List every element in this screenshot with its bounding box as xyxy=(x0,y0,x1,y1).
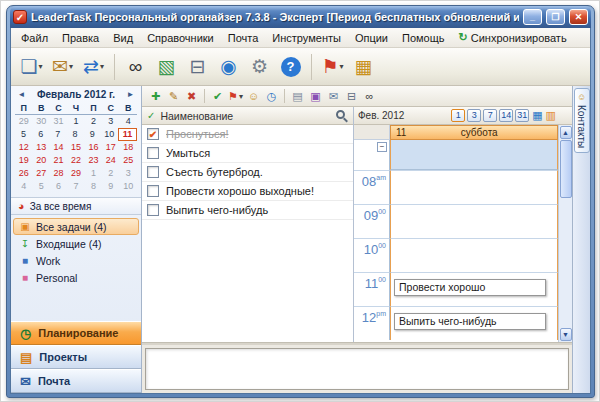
calendar-day[interactable]: 12 xyxy=(15,141,32,154)
task-row[interactable]: Умыться xyxy=(142,144,353,163)
calendar-day[interactable]: 1 xyxy=(67,115,84,128)
calendar-next-icon[interactable]: ► xyxy=(124,90,137,99)
calendar-day[interactable]: 7 xyxy=(49,128,66,141)
tree-item[interactable]: ▣Все задачи (4) xyxy=(13,218,139,235)
contacts-tab[interactable]: ☺ Контакты xyxy=(574,88,590,153)
print-button[interactable]: ⊟ xyxy=(343,88,360,105)
search-button[interactable]: ∞ xyxy=(121,52,150,82)
menu-item[interactable]: Вид xyxy=(106,30,140,46)
import-export-button[interactable]: ⇄▾ xyxy=(79,52,108,82)
calendar-day[interactable]: 23 xyxy=(85,154,102,167)
calendar-day[interactable]: 17 xyxy=(102,141,119,154)
search-button[interactable]: ∞ xyxy=(361,88,378,105)
menu-item[interactable]: Почта xyxy=(221,30,266,46)
help-button[interactable]: ? xyxy=(276,52,305,82)
calendar-day[interactable]: 5 xyxy=(15,128,32,141)
calendar-day[interactable]: 2 xyxy=(102,167,119,180)
tree-item[interactable]: ↧Входящие (4) xyxy=(13,235,139,252)
event-item[interactable]: Провести хорошо xyxy=(394,279,546,296)
category-button[interactable]: ▣ xyxy=(307,88,324,105)
calendar-day[interactable]: 13 xyxy=(32,141,49,154)
calendar-day[interactable]: 20 xyxy=(32,154,49,167)
day-cell[interactable] xyxy=(390,170,558,204)
menu-item-sync[interactable]: ↻Синхронизировать xyxy=(452,29,574,46)
tree-item[interactable]: ■Work xyxy=(13,252,139,269)
calendar-day[interactable]: 11 xyxy=(118,128,137,141)
calendar-day[interactable]: 4 xyxy=(15,180,32,193)
timeline-mode-icon[interactable]: ▥ xyxy=(546,110,556,121)
calendar-day[interactable]: 24 xyxy=(102,154,119,167)
calendar-day[interactable]: 3 xyxy=(120,167,137,180)
contact-button[interactable]: ☺ xyxy=(245,88,262,105)
maximize-button[interactable]: ❐ xyxy=(546,9,565,25)
task-checkbox[interactable] xyxy=(147,185,159,197)
range-button[interactable]: 3 xyxy=(467,109,481,122)
new-item-button[interactable]: ❏▾ xyxy=(17,52,46,82)
calendar-prev-icon[interactable]: ◄ xyxy=(15,90,28,99)
task-row[interactable]: Провести хорошо выходные! xyxy=(142,182,353,201)
calendar-day[interactable]: 9 xyxy=(84,128,101,141)
settings-gear-button[interactable]: ⚙ xyxy=(245,52,274,82)
calculator-button[interactable]: ▦ xyxy=(349,52,378,82)
scrollbar-track[interactable] xyxy=(560,139,572,328)
task-list-header[interactable]: ✓ Наименование xyxy=(142,107,353,125)
scrollbar-thumb[interactable] xyxy=(560,140,572,198)
nav-button[interactable]: ◷Планирование xyxy=(11,321,141,345)
calendar-day[interactable]: 1 xyxy=(85,167,102,180)
minimize-button[interactable]: _ xyxy=(523,9,542,25)
task-checkbox[interactable] xyxy=(147,204,159,216)
globe-button[interactable]: ◉ xyxy=(214,52,243,82)
range-button[interactable]: 7 xyxy=(483,109,497,122)
range-button[interactable]: 1 xyxy=(451,109,465,122)
calendar-day[interactable]: 4 xyxy=(120,115,137,128)
calendar-day[interactable]: 2 xyxy=(85,115,102,128)
print-button[interactable]: ⊟ xyxy=(183,52,212,82)
day-column-header[interactable]: 11 суббота xyxy=(390,125,558,140)
nav-button[interactable]: ▤Проекты xyxy=(11,345,141,369)
calendar-day[interactable]: 28 xyxy=(50,167,67,180)
task-row[interactable]: Съесть бутерброд. xyxy=(142,163,353,182)
clock-button[interactable]: ◷ xyxy=(263,88,280,105)
task-row[interactable]: Выпить чего-нибудь xyxy=(142,201,353,220)
collapse-icon[interactable]: − xyxy=(377,142,387,152)
calendar-day[interactable]: 25 xyxy=(120,154,137,167)
calendar-day[interactable]: 10 xyxy=(120,180,137,193)
close-button[interactable]: ✕ xyxy=(569,9,588,25)
calendar-day[interactable]: 10 xyxy=(101,128,118,141)
calendar-day[interactable]: 6 xyxy=(32,128,49,141)
calendar-day[interactable]: 30 xyxy=(32,115,49,128)
all-time-filter[interactable]: ◕ За все время xyxy=(11,197,141,215)
task-row[interactable]: ✔Проснуться! xyxy=(142,125,353,144)
calendar-day[interactable]: 8 xyxy=(85,180,102,193)
task-checkbox[interactable]: ✔ xyxy=(147,128,159,140)
menu-item[interactable]: Справочники xyxy=(140,30,221,46)
range-button[interactable]: 31 xyxy=(515,109,529,122)
images-button[interactable]: ▧ xyxy=(152,52,181,82)
calendar-day[interactable]: 16 xyxy=(85,141,102,154)
scroll-up-icon[interactable]: ▲ xyxy=(560,126,572,139)
delete-task-button[interactable]: ✖ xyxy=(183,88,200,105)
calendar-day[interactable]: 27 xyxy=(32,167,49,180)
calendar-day[interactable]: 9 xyxy=(102,180,119,193)
title-bar[interactable]: ✓ LeaderTask Персональный органайзер 7.3… xyxy=(10,6,591,28)
calendar-day[interactable]: 22 xyxy=(67,154,84,167)
day-cell[interactable] xyxy=(390,238,558,272)
mail-button[interactable]: ✉ xyxy=(325,88,342,105)
all-day-area[interactable] xyxy=(390,140,558,170)
scroll-down-icon[interactable]: ▼ xyxy=(560,328,572,341)
calendar-day[interactable]: 19 xyxy=(15,154,32,167)
calendar-day[interactable]: 29 xyxy=(15,115,32,128)
note-button[interactable]: ▤ xyxy=(289,88,306,105)
tree-item[interactable]: ■Personal xyxy=(13,269,139,286)
menu-item[interactable]: Опции xyxy=(348,30,395,46)
add-task-button[interactable]: ✚ xyxy=(147,88,164,105)
nav-button[interactable]: ✉Почта xyxy=(11,369,141,393)
complete-task-button[interactable]: ✔ xyxy=(209,88,226,105)
search-icon[interactable] xyxy=(336,110,345,119)
day-cell[interactable] xyxy=(390,204,558,238)
menu-item[interactable]: Помощь xyxy=(395,30,452,46)
calendar-day[interactable]: 21 xyxy=(50,154,67,167)
calendar-mode-icon[interactable]: ▦ xyxy=(532,110,542,121)
task-checkbox[interactable] xyxy=(147,147,159,159)
new-mail-button[interactable]: ✉▾ xyxy=(48,52,77,82)
